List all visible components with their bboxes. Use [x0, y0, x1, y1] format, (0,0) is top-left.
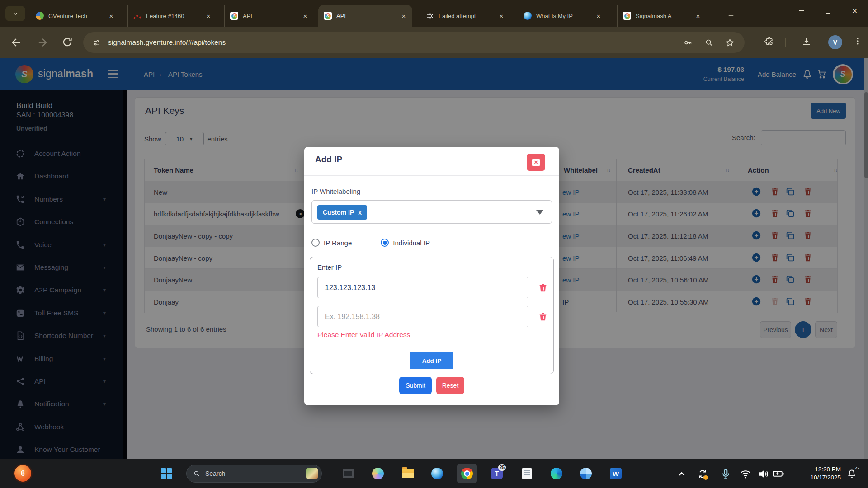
taskbar-app-copilot[interactable]: [368, 464, 388, 483]
browser-menu-kebab-icon[interactable]: [853, 36, 863, 46]
custom-ip-chip: Custom IP x: [317, 205, 367, 220]
battery-icon[interactable]: [772, 468, 784, 480]
chip-remove-icon[interactable]: x: [358, 209, 362, 216]
close-window-button[interactable]: ×: [841, 0, 868, 22]
browser-profile-avatar[interactable]: V: [828, 35, 842, 49]
extensions-icon[interactable]: [764, 36, 774, 47]
close-icon: ✕: [532, 159, 540, 166]
teams-unread-badge: 25: [498, 464, 506, 471]
tab-close-icon[interactable]: ×: [400, 12, 408, 20]
taskbar-app-teams[interactable]: T25: [487, 464, 507, 483]
reset-button[interactable]: Reset: [436, 377, 464, 394]
sync-alert-dot: [703, 475, 708, 480]
remove-ip-row-icon[interactable]: [538, 283, 548, 293]
forward-button[interactable]: [36, 36, 49, 49]
tab-close-icon[interactable]: ×: [497, 12, 505, 20]
ip-type-radio-group: IP Range Individual IP: [311, 238, 430, 247]
volume-icon[interactable]: [758, 468, 769, 480]
window-controls: ×: [788, 0, 868, 22]
back-button[interactable]: [10, 36, 23, 49]
plus-icon: [727, 11, 735, 19]
word-icon: W: [610, 468, 622, 479]
maximize-button[interactable]: [815, 0, 841, 22]
copilot-icon: [372, 468, 384, 479]
password-key-icon[interactable]: [683, 38, 693, 47]
modal-divider: [304, 175, 559, 176]
tab-api-1[interactable]: API ×: [224, 5, 314, 27]
tab-title: What Is My IP: [536, 13, 594, 19]
desktop-icon: [343, 469, 354, 478]
tab-what-is-my-ip[interactable]: What Is My IP ×: [518, 5, 607, 27]
microphone-icon[interactable]: [720, 468, 732, 480]
tab-failed-attempt[interactable]: Failed attempt ×: [420, 5, 510, 27]
gventure-favicon: [36, 12, 44, 20]
photos-icon: [580, 468, 592, 479]
wifi-icon[interactable]: [740, 468, 751, 480]
minimize-button[interactable]: [788, 0, 815, 22]
taskbar-app-desktop[interactable]: [338, 464, 358, 483]
taskbar-app-chrome[interactable]: [457, 464, 477, 483]
tab-title: API: [243, 13, 301, 19]
bookmark-star-icon[interactable]: [725, 38, 735, 47]
taskbar-app-file-explorer[interactable]: [398, 464, 418, 483]
web-page: signalmash API › API Tokens $ 197.03 Cur…: [0, 58, 868, 459]
chatgpt-favicon: [426, 12, 434, 20]
add-ip-modal: Add IP ✕ IP Whitelabeling Custom IP x IP…: [304, 147, 559, 405]
address-bar[interactable]: signalmash.gventure.info/#/api/tokens: [83, 32, 745, 53]
individual-ip-radio[interactable]: Individual IP: [381, 239, 430, 247]
taskbar-search[interactable]: Search: [186, 465, 322, 483]
signalmash-favicon: [230, 12, 238, 20]
radio-checked-icon: [381, 239, 389, 247]
sync-icon[interactable]: [697, 468, 708, 480]
search-icon: [193, 470, 200, 477]
whitelabeling-select[interactable]: Custom IP x: [311, 200, 552, 224]
tab-feature-1460[interactable]: Feature #1460 ×: [127, 5, 217, 27]
modal-close-button[interactable]: ✕: [527, 154, 545, 171]
tray-chevron-up-icon[interactable]: [676, 468, 688, 480]
chevron-down-icon: [12, 10, 19, 17]
tab-close-icon[interactable]: ×: [204, 12, 212, 20]
downloads-icon[interactable]: [801, 36, 812, 47]
tab-title: Signalmash A: [636, 13, 694, 19]
submit-button[interactable]: Submit: [399, 377, 432, 394]
zoom-out-icon[interactable]: [704, 38, 713, 47]
new-tab-button[interactable]: [723, 8, 739, 23]
site-settings-icon[interactable]: [92, 38, 101, 47]
remove-ip-row-icon[interactable]: [538, 312, 548, 322]
notification-count-badge[interactable]: 6: [14, 465, 31, 482]
globe-favicon: [524, 12, 532, 20]
tab-search-button[interactable]: [5, 6, 25, 21]
url-text[interactable]: signalmash.gventure.info/#/api/tokens: [108, 38, 683, 47]
tab-title: GVenture Tech: [48, 13, 107, 19]
tab-close-icon[interactable]: ×: [107, 12, 115, 20]
ip-input-2[interactable]: [317, 306, 528, 327]
edge-icon: [551, 468, 562, 479]
add-ip-button[interactable]: Add IP: [410, 352, 453, 369]
taskbar-clock[interactable]: 12:20 PM 10/17/2025: [798, 465, 841, 482]
tab-close-icon[interactable]: ×: [694, 12, 702, 20]
tab-close-icon[interactable]: ×: [594, 12, 603, 20]
notification-bell-snooze-icon[interactable]: Zz: [846, 468, 858, 480]
select-caret-icon: [536, 210, 543, 215]
tab-gventure[interactable]: GVenture Tech ×: [30, 5, 120, 27]
start-button[interactable]: [156, 464, 176, 483]
toolbar-divider: [785, 38, 786, 47]
tab-close-icon[interactable]: ×: [301, 12, 309, 20]
tab-signalmash[interactable]: Signalmash A ×: [617, 5, 707, 27]
taskbar-app-notepad[interactable]: [517, 464, 537, 483]
clock-time: 12:20 PM: [798, 465, 841, 474]
windows-logo-icon: [161, 468, 172, 479]
taskbar-app-globe-browser[interactable]: [427, 464, 447, 483]
ip-range-radio[interactable]: IP Range: [311, 239, 352, 247]
taskbar-app-edge[interactable]: [547, 464, 566, 483]
reload-button[interactable]: [61, 36, 74, 49]
radio-unchecked-icon: [311, 239, 320, 247]
search-highlight-thumbnail[interactable]: [306, 468, 318, 479]
globe-browser-icon: [431, 468, 443, 479]
taskbar-app-word[interactable]: W: [606, 464, 626, 483]
ip-input-1[interactable]: [317, 277, 528, 298]
tab-api-active[interactable]: API ×: [318, 5, 412, 27]
taskbar-app-photos[interactable]: [576, 464, 596, 483]
redmine-favicon: [133, 15, 142, 19]
taskbar: 6 Search T25W 12:20 PM: [0, 459, 868, 488]
